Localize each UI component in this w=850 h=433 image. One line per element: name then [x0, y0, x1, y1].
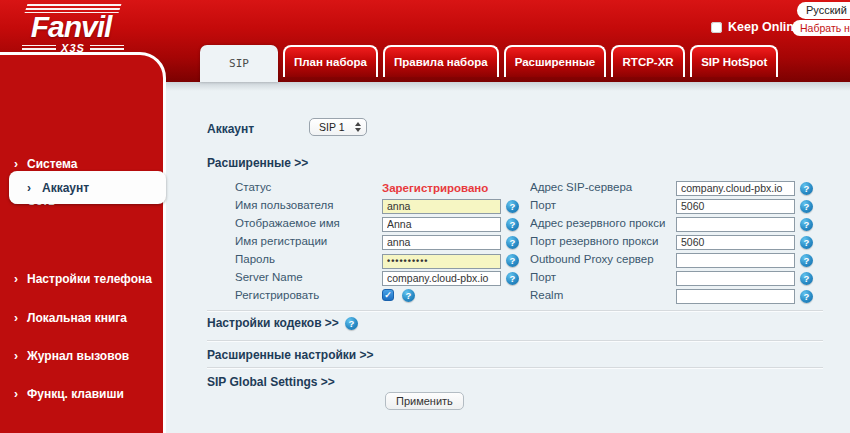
outbound-proxy-port-input[interactable] [676, 271, 795, 286]
field-label: Имя пользователя [235, 199, 382, 211]
tab-dial-rules[interactable]: Правила набора [383, 45, 499, 77]
help-icon[interactable] [402, 289, 415, 302]
sidebar-item-label: Функц. клавиши [27, 387, 124, 401]
apply-button[interactable]: Применить [385, 392, 464, 410]
sidebar-item-label: Система [27, 157, 78, 171]
account-form: Статус Зарегистрировано Адрес SIP-сервер… [166, 178, 850, 304]
sidebar-item-account[interactable]: › Аккаунт [9, 171, 166, 204]
outbound-proxy-server-input[interactable] [676, 253, 795, 268]
field-label: Адрес резервного прокси [530, 217, 676, 229]
help-icon[interactable] [800, 272, 813, 285]
form-row: Имя регистрации Порт резервного прокси [166, 232, 850, 250]
keep-online-checkbox[interactable] [711, 22, 722, 33]
chevron-right-icon: › [14, 272, 18, 286]
select-arrows-icon [354, 122, 362, 132]
server-name-input[interactable] [382, 271, 501, 286]
help-icon[interactable] [345, 317, 358, 330]
chevron-right-icon: › [14, 311, 18, 325]
display-name-input[interactable] [382, 217, 501, 232]
field-label: Статус [235, 181, 382, 193]
tab-bar: SIP План набора Правила набора Расширенн… [200, 45, 778, 82]
sidebar-item-function-keys[interactable]: › Функц. клавиши [0, 383, 163, 405]
register-checkbox[interactable] [382, 289, 394, 301]
help-icon[interactable] [506, 218, 519, 231]
sidebar-item-label: Настройки телефона [27, 272, 152, 286]
chevron-right-icon: › [14, 349, 18, 363]
form-row: Статус Зарегистрировано Адрес SIP-сервер… [166, 178, 850, 196]
logo-stripes-icon [90, 45, 124, 51]
help-icon[interactable] [800, 182, 813, 195]
field-label: Отображаемое имя [235, 217, 382, 229]
field-label: Пароль [235, 253, 382, 265]
help-icon[interactable] [800, 218, 813, 231]
form-row: Регистрировать Realm [166, 286, 850, 304]
sidebar-item-call-log[interactable]: › Журнал вызовов [0, 345, 163, 367]
field-label: Имя регистрации [235, 235, 382, 247]
form-row: Пароль Outbound Proxy сервер [166, 250, 850, 268]
account-select[interactable]: SIP 1 [309, 118, 367, 136]
field-label: Server Name [235, 271, 382, 283]
tab-advanced[interactable]: Расширенные [504, 45, 607, 77]
backup-proxy-address-input[interactable] [676, 217, 795, 232]
tab-dial-plan[interactable]: План набора [283, 45, 378, 77]
section-divider [207, 367, 823, 369]
section-divider [207, 340, 823, 342]
help-icon[interactable] [800, 236, 813, 249]
logo-stripes-icon [25, 4, 122, 13]
help-icon[interactable] [800, 200, 813, 213]
status-value: Зарегистрировано [382, 182, 488, 194]
account-label: Аккаунт [207, 122, 254, 136]
register-name-input[interactable] [382, 235, 501, 250]
field-label: Порт [530, 199, 676, 211]
field-label: Порт [530, 271, 676, 283]
section-header-codec[interactable]: Настройки кодеков >> [207, 316, 339, 330]
username-input[interactable] [382, 199, 501, 214]
sidebar-item-label: Журнал вызовов [27, 349, 129, 363]
help-icon[interactable] [800, 254, 813, 267]
tab-rtcp-xr[interactable]: RTCP-XR [611, 45, 685, 77]
help-icon[interactable] [506, 254, 519, 267]
keep-online-label: Keep Online [728, 20, 801, 34]
field-label: Адрес SIP-сервера [530, 181, 676, 193]
dial-number-input[interactable]: Набрать ном [792, 20, 850, 36]
form-row: Имя пользователя Порт [166, 196, 850, 214]
field-label: Регистрировать [235, 289, 382, 301]
account-select-value: SIP 1 [319, 121, 345, 133]
help-icon[interactable] [506, 200, 519, 213]
password-input[interactable] [382, 254, 501, 269]
logo-stripes-icon [22, 45, 56, 51]
section-header-basic: Расширенные >> [207, 156, 308, 170]
logo-model: X3S [61, 42, 85, 54]
sip-server-address-input[interactable] [676, 181, 795, 196]
sidebar-item-label: Аккаунт [42, 181, 89, 195]
chevron-right-icon: › [27, 181, 31, 195]
main-content: Аккаунт SIP 1 Расширенные >> Статус Заре… [166, 82, 850, 433]
field-label: Outbound Proxy сервер [530, 253, 676, 265]
language-select[interactable]: Русский [797, 2, 850, 19]
section-divider [207, 310, 823, 312]
tab-sip[interactable]: SIP [200, 45, 278, 82]
sidebar-item-phone-settings[interactable]: › Настройки телефона [0, 268, 163, 290]
field-label: Realm [530, 289, 676, 301]
tab-sip-hotspot[interactable]: SIP HotSpot [690, 45, 778, 77]
chevron-right-icon: › [14, 387, 18, 401]
chevron-right-icon: › [14, 157, 18, 171]
logo-text: Fanvil [12, 13, 130, 41]
help-icon[interactable] [506, 272, 519, 285]
help-icon[interactable] [800, 290, 813, 303]
form-row: Отображаемое имя Адрес резервного прокси [166, 214, 850, 232]
sidebar-item-label: Локальная книга [27, 311, 127, 325]
field-label: Порт резервного прокси [530, 235, 676, 247]
section-header-advanced[interactable]: Расширенные настройки >> [207, 348, 374, 362]
sidebar-item-phonebook[interactable]: › Локальная книга [0, 307, 163, 329]
form-row: Server Name Порт [166, 268, 850, 286]
sip-port-input[interactable] [676, 199, 795, 214]
section-header-sip-global[interactable]: SIP Global Settings >> [207, 375, 335, 389]
backup-proxy-port-input[interactable] [676, 235, 795, 250]
realm-input[interactable] [676, 289, 795, 304]
fanvil-logo: Fanvil X3S [12, 4, 130, 54]
sidebar: › Система › Сеть › Аккаунт › Настройки т… [0, 52, 166, 433]
help-icon[interactable] [506, 236, 519, 249]
